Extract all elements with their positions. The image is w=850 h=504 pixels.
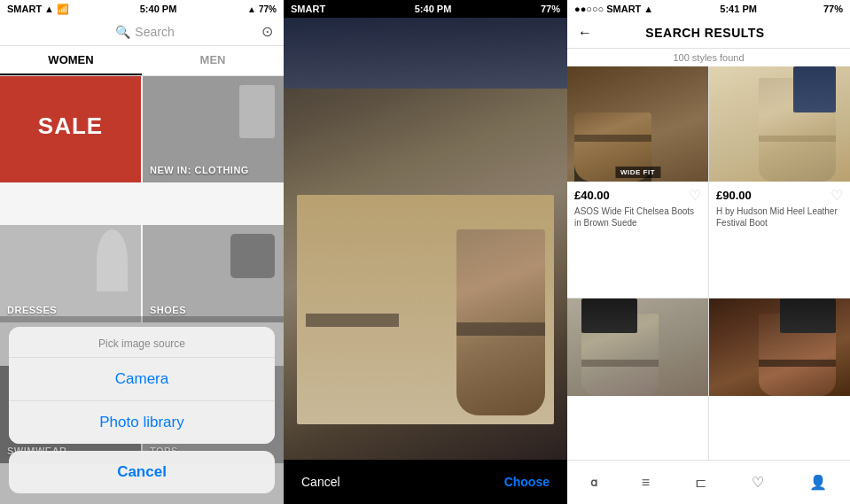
action-cancel[interactable]: Cancel — [9, 451, 275, 493]
carrier-text: SMART — [7, 4, 42, 14]
location-icon: ▲ — [247, 4, 256, 14]
photo-bottom-bar: Cancel Choose — [284, 460, 567, 504]
boot-band-2 — [759, 136, 836, 142]
heart-nav-icon: ♡ — [752, 474, 764, 491]
product-price-row-2: £90.00 ♡ — [716, 187, 843, 204]
category-new-clothing[interactable]: NEW IN: CLOTHING — [143, 76, 284, 182]
products-grid: WIDE FIT £40.00 ♡ ASOS Wide Fit Chelsea … — [567, 66, 850, 460]
pants-4 — [780, 299, 837, 333]
wishlist-icon-2[interactable]: ♡ — [831, 187, 843, 204]
camera-icon[interactable]: ⊙ — [261, 23, 273, 40]
back-button[interactable]: ← — [578, 25, 592, 41]
product-price-2: £90.00 — [716, 189, 752, 202]
person-icon: 👤 — [809, 474, 827, 491]
category-sale[interactable]: SALE — [0, 76, 141, 182]
product-card-1[interactable]: WIDE FIT £40.00 ♡ ASOS Wide Fit Chelsea … — [567, 66, 708, 298]
asos-logo-icon: ɑ — [590, 476, 597, 489]
search-input-area[interactable]: 🔍 Search — [115, 25, 174, 39]
results-time: 5:41 PM — [720, 4, 757, 14]
sale-label: SALE — [38, 112, 103, 140]
product-image-2 — [709, 66, 850, 182]
dresses-label: DRESSES — [7, 305, 57, 315]
home-status-bar: SMART ▲ 📶 5:40 PM ▲ 77% — [0, 0, 284, 18]
product-price-row-1: £40.00 ♡ — [574, 187, 701, 204]
results-status-bar: ●●○○○ SMART ▲ 5:41 PM 77% — [567, 0, 850, 18]
results-title: SEARCH RESULTS — [599, 26, 811, 40]
photo-choose-button[interactable]: Choose — [504, 475, 550, 489]
product-image-4 — [709, 299, 850, 396]
results-battery: 77% — [823, 4, 843, 14]
nav-wishlist[interactable]: ♡ — [752, 474, 764, 491]
action-photo-library[interactable]: Photo library — [9, 401, 275, 444]
action-sheet-title: Pick image source — [9, 327, 275, 358]
panel-results: ●●○○○ SMART ▲ 5:41 PM 77% ← SEARCH RESUL… — [567, 0, 850, 504]
battery-text: 77% — [259, 4, 277, 14]
bottom-nav: ɑ ≡ ⊏ ♡ 👤 — [567, 460, 850, 504]
new-clothing-label: NEW IN: CLOTHING — [150, 165, 249, 175]
status-left: SMART ▲ 📶 — [7, 4, 69, 15]
nav-bag[interactable]: ⊏ — [695, 474, 706, 491]
wifi-icon: 📶 — [57, 4, 69, 15]
boot-right-band — [456, 322, 545, 336]
pants-3 — [581, 299, 638, 333]
signal-icon: ▲ — [44, 4, 54, 14]
photo-status-bar: SMART 5:40 PM 77% — [284, 0, 567, 18]
photo-status-right: 77% — [541, 4, 560, 14]
action-sheet-group: Pick image source Camera Photo library — [9, 327, 275, 444]
status-right: ▲ 77% — [247, 4, 277, 14]
photo-status-left: SMART — [291, 4, 325, 14]
search-list-icon: ≡ — [642, 475, 650, 491]
product-info-2: £90.00 ♡ H by Hudson Mid Heel Leather Fe… — [709, 182, 850, 234]
product-name-2: H by Hudson Mid Heel Leather Festival Bo… — [716, 205, 843, 229]
photo-preview-area — [284, 18, 567, 460]
product-price-1: £40.00 — [574, 189, 610, 202]
nav-account[interactable]: 👤 — [809, 474, 827, 491]
product-image-1: WIDE FIT — [567, 66, 708, 182]
photo-cancel-button[interactable]: Cancel — [301, 475, 340, 489]
results-wifi: ▲ — [643, 4, 653, 14]
tab-men[interactable]: MEN — [142, 46, 284, 75]
results-status-right: 77% — [823, 4, 843, 14]
category-dresses[interactable]: DRESSES — [0, 225, 141, 322]
boot-band-3 — [581, 360, 659, 367]
action-sheet-overlay: Pick image source Camera Photo library C… — [0, 316, 284, 504]
shoes-label: SHOES — [150, 305, 186, 315]
wishlist-icon-1[interactable]: ♡ — [689, 187, 701, 204]
boot-band-4 — [759, 360, 836, 367]
bag-icon: ⊏ — [695, 474, 706, 491]
product-card-2[interactable]: £90.00 ♡ H by Hudson Mid Heel Leather Fe… — [709, 66, 850, 298]
results-subtitle: 100 styles found — [567, 49, 850, 66]
photo-carrier: SMART — [291, 4, 325, 14]
category-shoes[interactable]: SHOES — [143, 225, 284, 322]
results-carrier: ●●○○○ — [574, 4, 604, 14]
results-carrier-name: SMART — [606, 4, 641, 14]
photo-battery: 77% — [541, 4, 560, 14]
search-icon: 🔍 — [115, 25, 130, 39]
tab-women[interactable]: WOMEN — [0, 46, 142, 75]
action-camera[interactable]: Camera — [9, 358, 275, 401]
search-bar: 🔍 Search ⊙ — [0, 18, 284, 46]
results-header: ← SEARCH RESULTS — [567, 18, 850, 49]
nav-home[interactable]: ɑ — [590, 476, 597, 489]
product-image-3 — [567, 299, 708, 396]
jeans-top — [284, 18, 567, 89]
product-card-4[interactable] — [709, 299, 850, 460]
results-status-left: ●●○○○ SMART ▲ — [574, 4, 653, 14]
panel-photo: SMART 5:40 PM 77% Cancel Choose — [284, 0, 567, 504]
product-info-1: £40.00 ♡ ASOS Wide Fit Chelsea Boots in … — [567, 182, 708, 234]
boot-left-band — [306, 314, 399, 327]
boot-band-1 — [574, 135, 651, 142]
panel-home: SMART ▲ 📶 5:40 PM ▲ 77% 🔍 Search ⊙ WOMEN… — [0, 0, 284, 504]
product-card-3[interactable] — [567, 299, 708, 460]
nav-search[interactable]: ≡ — [642, 475, 650, 491]
photo-time: 5:40 PM — [415, 4, 452, 14]
time-text: 5:40 PM — [140, 4, 177, 14]
wide-fit-badge: WIDE FIT — [615, 167, 660, 178]
product-name-1: ASOS Wide Fit Chelsea Boots in Brown Sue… — [574, 205, 701, 229]
category-tabs: WOMEN MEN — [0, 46, 284, 76]
jeans-2 — [793, 66, 836, 112]
search-placeholder: Search — [135, 25, 174, 39]
